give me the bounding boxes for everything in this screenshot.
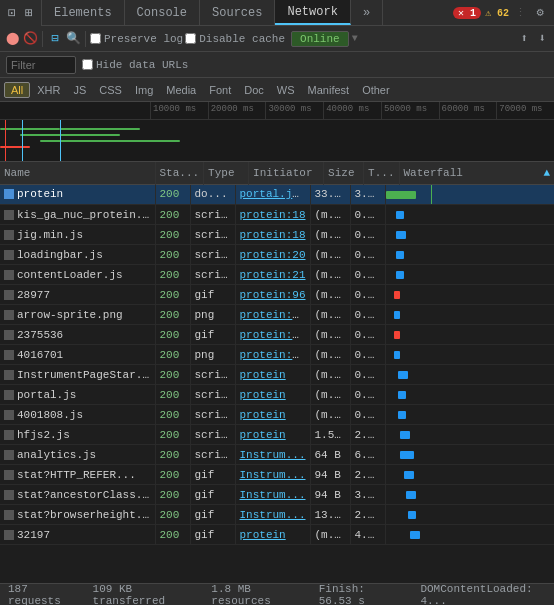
cell-waterfall bbox=[385, 325, 554, 345]
type-btn-manifest[interactable]: Manifest bbox=[302, 83, 356, 97]
upload-button[interactable]: ⬆ bbox=[516, 31, 532, 47]
cell-name: stat?browserheight... bbox=[0, 505, 155, 525]
timeline-ruler: 10000 ms 20000 ms 30000 ms 40000 ms 5000… bbox=[0, 102, 554, 120]
table-scroll-area[interactable]: protein200do...portal.js...33...3...kis_… bbox=[0, 185, 554, 584]
clear-button[interactable]: 🚫 bbox=[22, 31, 38, 47]
col-header-initiator[interactable]: Initiator bbox=[249, 162, 324, 184]
type-btn-img[interactable]: Img bbox=[129, 83, 159, 97]
tab-sources[interactable]: Sources bbox=[200, 0, 275, 25]
search-button[interactable]: 🔍 bbox=[65, 31, 81, 47]
cell-size: (m... bbox=[310, 285, 350, 305]
cell-status: 200 bbox=[155, 325, 190, 345]
devtools-icon-1[interactable]: ⊡ bbox=[4, 5, 20, 21]
table-row[interactable]: portal.js200scriptprotein(m...0... bbox=[0, 385, 554, 405]
type-btn-xhr[interactable]: XHR bbox=[31, 83, 66, 97]
devtools-icon-2[interactable]: ⊞ bbox=[21, 5, 37, 21]
table-row[interactable]: InstrumentPageStar...200scriptprotein(m.… bbox=[0, 365, 554, 385]
table-row[interactable]: protein200do...portal.js...33...3... bbox=[0, 185, 554, 205]
type-btn-js[interactable]: JS bbox=[67, 83, 92, 97]
type-btn-media[interactable]: Media bbox=[160, 83, 202, 97]
table-row[interactable]: 4001808.js200scriptprotein(m...0... bbox=[0, 405, 554, 425]
hide-data-urls-checkbox[interactable] bbox=[82, 59, 93, 70]
type-btn-font[interactable]: Font bbox=[203, 83, 237, 97]
table-row[interactable]: hfjs2.js200scriptprotein1.5...2... bbox=[0, 425, 554, 445]
col-header-name[interactable]: Name bbox=[0, 162, 155, 184]
col-header-type[interactable]: Type bbox=[204, 162, 249, 184]
cell-time: 2... bbox=[350, 465, 385, 485]
col-header-size[interactable]: Size bbox=[324, 162, 364, 184]
file-icon bbox=[4, 350, 14, 360]
cell-size: 64 B bbox=[310, 445, 350, 465]
tab-network[interactable]: Network bbox=[275, 0, 350, 25]
online-select[interactable]: Online bbox=[291, 31, 349, 47]
tick-2: 30000 ms bbox=[265, 102, 323, 119]
table-row[interactable]: 32197200gifprotein(m...4... bbox=[0, 525, 554, 545]
cell-initiator: Instrum... bbox=[235, 485, 310, 505]
table-row[interactable]: loadingbar.js200scriptprotein:20(m...0..… bbox=[0, 245, 554, 265]
waterfall-vline bbox=[431, 185, 432, 205]
record-button[interactable]: ⬤ bbox=[4, 31, 20, 47]
preserve-log-label[interactable]: Preserve log bbox=[90, 33, 183, 45]
cell-name: loadingbar.js bbox=[0, 245, 155, 265]
cell-time: 0... bbox=[350, 205, 385, 225]
settings-button[interactable]: ⚙ bbox=[532, 5, 548, 21]
disable-cache-label[interactable]: Disable cache bbox=[185, 33, 285, 45]
cell-initiator: protein:... bbox=[235, 305, 310, 325]
col-header-status[interactable]: Sta... bbox=[155, 162, 204, 184]
tab-elements[interactable]: Elements bbox=[42, 0, 125, 25]
cell-name: stat?HTTP_REFER... bbox=[0, 465, 155, 485]
tab-bar: ⊡ ⊞ Elements Console Sources Network » ✕… bbox=[0, 0, 554, 26]
hide-data-urls-label[interactable]: Hide data URLs bbox=[82, 59, 188, 71]
cell-time: 0... bbox=[350, 245, 385, 265]
table-row[interactable]: jig.min.js200scriptprotein:18(m...0... bbox=[0, 225, 554, 245]
type-btn-other[interactable]: Other bbox=[356, 83, 396, 97]
cell-type: script bbox=[190, 385, 235, 405]
table-row[interactable]: stat?HTTP_REFER...200gifInstrum...94 B2.… bbox=[0, 465, 554, 485]
cell-initiator: protein bbox=[235, 425, 310, 445]
table-row[interactable]: contentLoader.js200scriptprotein:21(m...… bbox=[0, 265, 554, 285]
cell-size: 1.5... bbox=[310, 425, 350, 445]
col-header-time[interactable]: T... bbox=[364, 162, 399, 184]
type-btn-ws[interactable]: WS bbox=[271, 83, 301, 97]
cell-status: 200 bbox=[155, 345, 190, 365]
cell-time: 0... bbox=[350, 285, 385, 305]
table-row[interactable]: arrow-sprite.png200pngprotein:...(m...0.… bbox=[0, 305, 554, 325]
cell-initiator: protein bbox=[235, 365, 310, 385]
table-row[interactable]: stat?ancestorClass...200gifInstrum...94 … bbox=[0, 485, 554, 505]
table-row[interactable]: 28977200gifprotein:96(m...0... bbox=[0, 285, 554, 305]
tick-3: 40000 ms bbox=[323, 102, 381, 119]
cell-initiator: protein:20 bbox=[235, 245, 310, 265]
table-row[interactable]: kis_ga_nuc_protein.js200scriptprotein:18… bbox=[0, 205, 554, 225]
cell-time: 0... bbox=[350, 305, 385, 325]
cell-size: 94 B bbox=[310, 485, 350, 505]
cell-waterfall bbox=[385, 465, 554, 485]
filter-input[interactable] bbox=[6, 56, 76, 74]
table-row[interactable]: 4016701200pngprotein:...(m...0... bbox=[0, 345, 554, 365]
file-icon bbox=[4, 370, 14, 380]
preserve-log-checkbox[interactable] bbox=[90, 33, 101, 44]
tab-console[interactable]: Console bbox=[125, 0, 200, 25]
table-row[interactable]: stat?browserheight...200gifInstrum...13.… bbox=[0, 505, 554, 525]
tab-more[interactable]: » bbox=[351, 0, 383, 25]
type-btn-css[interactable]: CSS bbox=[93, 83, 128, 97]
cell-waterfall bbox=[385, 445, 554, 465]
type-btn-doc[interactable]: Doc bbox=[238, 83, 270, 97]
type-btn-all[interactable]: All bbox=[4, 82, 30, 98]
cell-status: 200 bbox=[155, 405, 190, 425]
waterfall-bar bbox=[386, 191, 416, 199]
download-button[interactable]: ⬇ bbox=[534, 31, 550, 47]
cell-waterfall bbox=[385, 505, 554, 525]
cell-waterfall bbox=[385, 385, 554, 405]
disable-cache-checkbox[interactable] bbox=[185, 33, 196, 44]
transferred-size: 109 KB transferred bbox=[93, 583, 196, 606]
table-row[interactable]: analytics.js200scriptInstrum...64 B6... bbox=[0, 445, 554, 465]
table-row[interactable]: 2375536200gifprotein:...(m...0... bbox=[0, 325, 554, 345]
col-header-waterfall[interactable]: Waterfall ▲ bbox=[399, 162, 554, 184]
cell-status: 200 bbox=[155, 185, 190, 205]
network-toolbar: ⬤ 🚫 ⊟ 🔍 Preserve log Disable cache Onlin… bbox=[0, 26, 554, 52]
cell-initiator: Instrum... bbox=[235, 465, 310, 485]
cell-size: 13... bbox=[310, 505, 350, 525]
filter-button[interactable]: ⊟ bbox=[47, 31, 63, 47]
cell-name: hfjs2.js bbox=[0, 425, 155, 445]
cell-name: portal.js bbox=[0, 385, 155, 405]
